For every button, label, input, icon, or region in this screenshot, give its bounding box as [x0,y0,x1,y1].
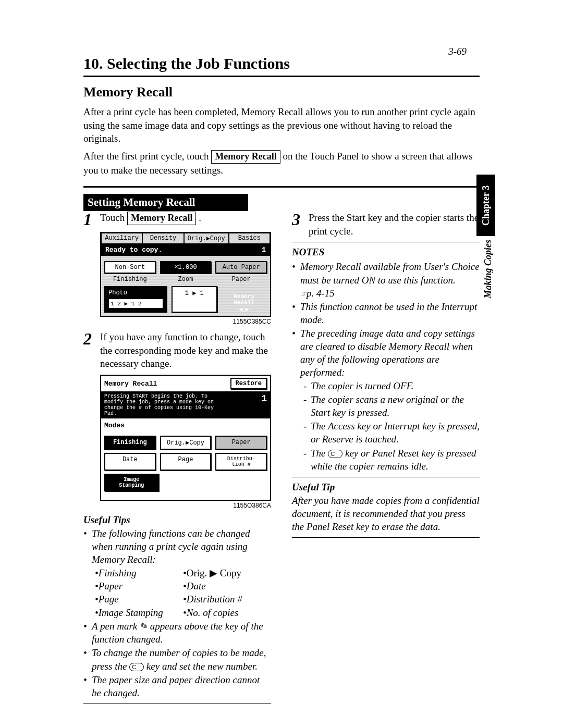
btn-auto-paper: Auto Paper [215,261,267,274]
tab-orig-copy: Orig.▶Copy [184,233,229,244]
btn-orig-copy: Orig.▶Copy [160,436,212,450]
divider-thin-r3 [292,537,480,538]
note-1: Memory Recall available from User's Choi… [300,260,480,299]
tip-l-3: To change the number of copies to be mad… [92,646,271,672]
photo-mode-box: Photo 1 2 ▶ 1 2 [104,286,167,313]
ratio-display: 1 ▶ 1 [172,286,217,313]
intro-paragraph-1: After a print cycle has been completed, … [83,105,480,145]
intro-paragraph-2: After the first print cycle, touch Memor… [83,150,480,177]
tip-l-1: The following functions can be changed w… [92,527,271,566]
memory-recall-button-label: Memory Recall [211,150,280,164]
page-number: 3-69 [448,46,467,57]
note-2: This function cannot be used in the Inte… [300,300,480,326]
step-number-1: 1 [83,211,100,228]
orientation-icons: 1 2 ▶ 1 2 [108,299,163,309]
figure-id-2: 1155O386CA [100,502,271,509]
tip-l-4: The paper size and paper direction canno… [92,673,271,699]
left-column: 1 Touch Memory Recall . Auxiliary Densit… [83,211,271,708]
sub-title: Memory Recall [83,84,527,100]
btn-paper: Paper [215,436,267,450]
touch-panel-screenshot-2: Memory Recall Restore Pressing START beg… [100,375,271,501]
memory-recall-key: Memory Recall [127,212,196,225]
screen2-info: Pressing START begins the job. To modify… [104,393,226,416]
fn-distribution: Distribution # [187,594,242,604]
step-2: 2 If you have any function to change, to… [83,330,271,371]
btn-non-sort: Non-Sort [104,261,156,274]
side-section-label: Making Copies [483,240,494,299]
step-number-2: 2 [83,330,100,347]
intro-2a: After the first print cycle, touch [83,151,211,162]
touch-panel-screenshot-1: Auxiliary Density Orig.▶Copy Basics Read… [100,232,271,317]
status-text: Ready to copy. [105,246,162,254]
note-3-1: The copier is turned OFF. [311,379,414,392]
fn-page: Page [99,594,119,604]
btn-zoom-value: ×1.000 [160,261,212,274]
fn-no-copies: No. of copies [187,607,239,618]
divider [83,186,480,188]
note-3-3: The Access key or Interrupt key is press… [311,419,480,446]
useful-tip-heading-r: Useful Tip [292,482,480,493]
right-column: 3 Press the Start key and the copier sta… [292,211,480,708]
chapter-tab: Chapter 3 [476,175,495,236]
step-1: 1 Touch Memory Recall . [83,211,271,228]
divider-thin-r1 [292,242,480,242]
tip-l-2: A pen mark ✎ appears above the key of th… [92,620,271,646]
label-paper: Paper [215,276,267,283]
reference-icon: ☞ [300,290,307,298]
fn-finishing: Finishing [99,567,137,578]
btn-date: Date [104,453,156,471]
btn-image-stamping: ImageStamping [104,474,159,491]
memory-recall-indicator: MemoryRecall◀▢▶ [222,286,267,313]
label-finishing: Finishing [104,276,156,283]
fn-date: Date [187,581,206,591]
note-3-2: The copier scans a new original or the S… [311,393,480,419]
step2-text: If you have any function to change, touc… [100,330,271,371]
divider-thin-left [83,704,271,704]
tab-auxiliary: Auxiliary [101,233,142,244]
fn-orig-copy: Orig. ▶ Copy [187,567,241,578]
btn-finishing: Finishing [104,436,156,450]
step1-text-a: Touch [100,212,127,223]
btn-page: Page [160,453,212,471]
useful-tip-text-r: After you have made copies from a confid… [292,494,480,533]
section-title: 10. Selecting the Job Functions [83,55,480,77]
note-3: The preceding image data and copy settin… [300,327,480,379]
step3-text: Press the Start key and the copier start… [309,211,480,238]
fn-image-stamping: Image Stamping [99,607,163,618]
step-number-3: 3 [292,211,309,228]
procedure-heading: Setting Memory Recall [83,194,248,211]
useful-tips-heading: Useful Tips [83,514,271,526]
fn-paper: Paper [99,581,123,591]
tab-density: Density [142,233,183,244]
btn-distribution: Distribu-tion # [215,453,267,471]
photo-label: Photo [108,289,127,297]
divider-thin-r2 [292,477,480,477]
step-3: 3 Press the Start key and the copier sta… [292,211,480,238]
modes-label: Modes [101,418,270,430]
c-key-icon: C [129,663,144,671]
tab-basics: Basics [229,233,270,244]
figure-id-1: 1155O385CC [100,318,271,325]
note-3-4: The C key or Panel Reset key is pressed … [311,447,480,473]
label-zoom: Zoom [160,276,212,283]
c-key-icon-2: C [328,450,342,458]
restore-button: Restore [230,378,267,389]
screen2-count: 1 [261,393,267,416]
notes-heading: NOTES [292,246,480,258]
copy-count: 1 [262,246,266,254]
document-page: 3-69 Chapter 3 Making Copies 10. Selecti… [0,0,563,728]
step1-text-b: . [199,212,201,223]
screen2-title: Memory Recall [104,380,157,388]
